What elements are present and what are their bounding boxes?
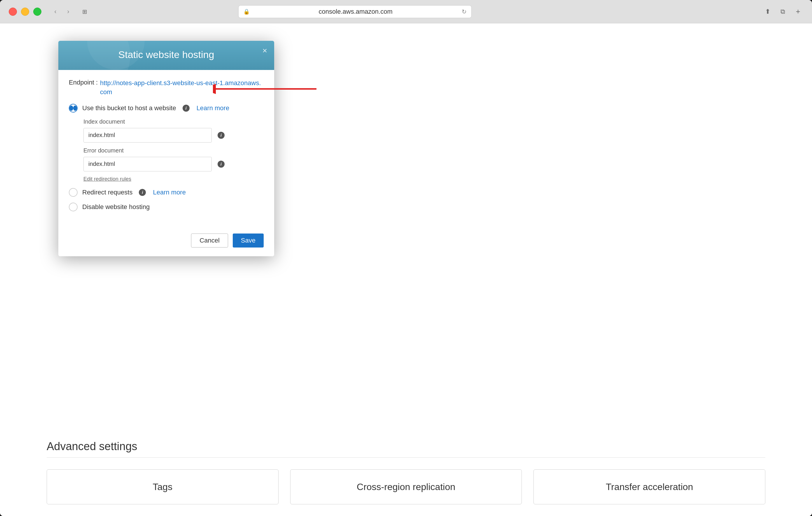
redirect-learn-more[interactable]: Learn more bbox=[153, 189, 186, 196]
sidebar-button[interactable]: ⊞ bbox=[79, 6, 90, 17]
cross-region-card-label: Cross-region replication bbox=[357, 482, 455, 492]
host-info-icon[interactable]: i bbox=[182, 105, 190, 112]
radio-option-disable[interactable]: Disable website hosting bbox=[69, 203, 264, 211]
arrow-annotation bbox=[213, 82, 318, 96]
section-divider bbox=[47, 457, 765, 458]
edit-rules-link[interactable]: Edit redirection rules bbox=[83, 176, 264, 182]
radio-redirect[interactable] bbox=[69, 188, 78, 197]
browser-content: Static website hosting × Endpoint : http… bbox=[0, 23, 812, 516]
forward-button[interactable]: › bbox=[63, 6, 74, 17]
close-traffic-light[interactable] bbox=[9, 7, 17, 16]
advanced-title: Advanced settings bbox=[47, 440, 765, 453]
browser-actions: ⬆ ⧉ + bbox=[762, 6, 803, 17]
cards-row: Tags Cross-region replication Transfer a… bbox=[47, 469, 765, 504]
radio-disable[interactable] bbox=[69, 203, 78, 211]
radio-option-host[interactable]: Use this bucket to host a website i Lear… bbox=[69, 104, 264, 113]
radio-option-redirect[interactable]: Redirect requests i Learn more bbox=[69, 188, 264, 197]
page-content: Static website hosting × Endpoint : http… bbox=[0, 23, 812, 516]
form-section: Index document i Error document i Edit r… bbox=[83, 118, 264, 182]
error-doc-row: i bbox=[83, 157, 264, 172]
error-doc-label: Error document bbox=[83, 147, 264, 154]
browser-window: ‹ › ⊞ 🔒 console.aws.amazon.com ↻ ⬆ ⧉ + S… bbox=[0, 0, 812, 516]
transfer-acceleration-card-label: Transfer acceleration bbox=[606, 482, 693, 492]
new-tab-button[interactable]: + bbox=[793, 6, 803, 17]
url-text: console.aws.amazon.com bbox=[253, 8, 459, 16]
tab-view-button[interactable]: ⧉ bbox=[778, 6, 788, 17]
radio-redirect-label: Redirect requests bbox=[82, 189, 133, 196]
modal-close-button[interactable]: × bbox=[262, 47, 267, 55]
modal-footer: Cancel Save bbox=[58, 228, 274, 256]
traffic-lights bbox=[9, 7, 41, 16]
tags-card[interactable]: Tags bbox=[47, 469, 279, 504]
radio-disable-label: Disable website hosting bbox=[82, 203, 150, 211]
minimize-traffic-light[interactable] bbox=[21, 7, 29, 16]
tags-card-label: Tags bbox=[153, 482, 173, 492]
endpoint-label: Endpoint : bbox=[69, 79, 98, 86]
modal-title: Static website hosting bbox=[69, 49, 264, 60]
cross-region-card[interactable]: Cross-region replication bbox=[290, 469, 522, 504]
radio-host[interactable] bbox=[69, 104, 78, 113]
save-button[interactable]: Save bbox=[233, 234, 264, 247]
redirect-info-icon[interactable]: i bbox=[139, 189, 146, 196]
cancel-button[interactable]: Cancel bbox=[191, 234, 228, 247]
transfer-acceleration-card[interactable]: Transfer acceleration bbox=[533, 469, 765, 504]
host-learn-more[interactable]: Learn more bbox=[197, 104, 230, 112]
arrow-svg bbox=[213, 82, 318, 96]
error-doc-info-icon[interactable]: i bbox=[218, 161, 225, 168]
reload-button[interactable]: ↻ bbox=[462, 8, 467, 15]
index-doc-input[interactable] bbox=[83, 128, 212, 143]
index-doc-row: i bbox=[83, 128, 264, 143]
index-doc-label: Index document bbox=[83, 118, 264, 125]
nav-buttons: ‹ › bbox=[50, 6, 74, 17]
error-doc-input[interactable] bbox=[83, 157, 212, 172]
index-doc-info-icon[interactable]: i bbox=[218, 132, 225, 139]
advanced-section: Advanced settings Tags Cross-region repl… bbox=[0, 440, 812, 516]
radio-host-label: Use this bucket to host a website bbox=[82, 104, 176, 112]
address-bar: 🔒 console.aws.amazon.com ↻ bbox=[238, 5, 472, 18]
browser-titlebar: ‹ › ⊞ 🔒 console.aws.amazon.com ↻ ⬆ ⧉ + bbox=[0, 0, 812, 23]
lock-icon: 🔒 bbox=[243, 8, 250, 15]
share-button[interactable]: ⬆ bbox=[762, 6, 773, 17]
maximize-traffic-light[interactable] bbox=[33, 7, 41, 16]
modal-header: Static website hosting × bbox=[58, 41, 274, 70]
back-button[interactable]: ‹ bbox=[50, 6, 61, 17]
modal-dialog: Static website hosting × Endpoint : http… bbox=[58, 41, 274, 256]
